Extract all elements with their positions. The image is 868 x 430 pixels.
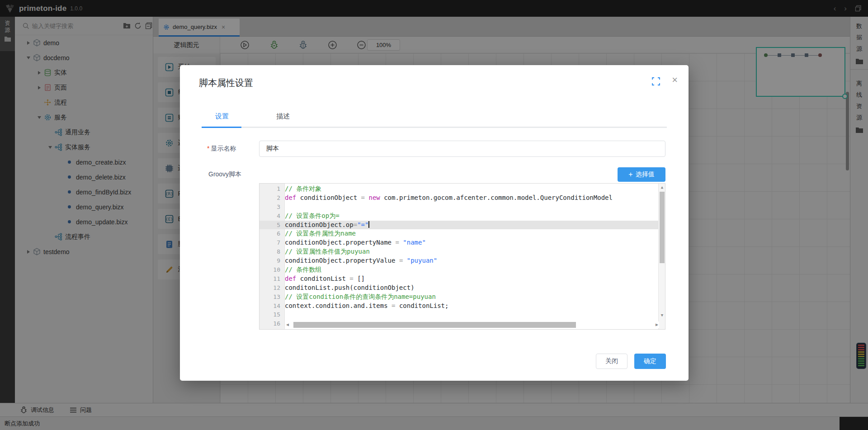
code-line-4[interactable]: 4// 设置条件op为=: [259, 212, 659, 221]
display-name-input[interactable]: [259, 141, 665, 157]
tab-track: [202, 127, 667, 128]
code-line-1[interactable]: 1// 条件对象: [259, 184, 659, 194]
app-window: primeton-ide 1.0.0 ‹ › 资源: [0, 0, 868, 430]
line-number: 13: [259, 293, 285, 302]
line-content: // 设置属性条件值为puyuan: [285, 247, 370, 256]
groovy-code-editor[interactable]: 1// 条件对象2def conditionObject = new com.p…: [259, 183, 665, 330]
line-content: // 设置条件op为=: [285, 212, 340, 221]
horizontal-scroll-thumb[interactable]: [293, 322, 576, 328]
line-number: 6: [259, 229, 285, 238]
scroll-right-icon[interactable]: ▶: [656, 322, 658, 327]
line-content: def conditionObject = new com.primeton.g…: [285, 194, 613, 203]
text-cursor: [368, 221, 369, 228]
code-line-8[interactable]: 8// 设置属性条件值为puyuan: [259, 247, 659, 256]
line-number: 3: [259, 203, 285, 212]
line-number: 4: [259, 212, 285, 221]
scroll-up-icon[interactable]: ▲: [659, 185, 665, 189]
tab-active-indicator: [202, 127, 241, 128]
line-content: // 设置条件属性为name: [285, 229, 356, 238]
groovy-script-label: Groovy脚本: [208, 170, 241, 179]
editor-horizontal-scrollbar[interactable]: ◀ ▶: [285, 321, 659, 328]
line-number: 1: [259, 184, 285, 194]
fullscreen-icon[interactable]: [651, 77, 660, 86]
line-number: 11: [259, 274, 285, 284]
choose-value-button[interactable]: + 选择值: [618, 167, 665, 182]
dialog-title: 脚本属性设置: [199, 77, 253, 89]
code-line-10[interactable]: 10// 条件数组: [259, 265, 659, 274]
code-line-9[interactable]: 9conditionObject.propertyValue = "puyuan…: [259, 256, 659, 265]
close-button[interactable]: 关闭: [596, 354, 627, 369]
line-number: 15: [259, 310, 285, 319]
dialog-tabs: 设置 描述: [202, 109, 667, 128]
code-line-13[interactable]: 13// 设置condition条件的查询条件为name=puyuan: [259, 293, 659, 302]
line-content: context.condition.and.items = conditonLi…: [285, 302, 448, 311]
code-line-5[interactable]: 5conditionObject.op="=": [259, 221, 659, 230]
code-line-12[interactable]: 12conditonList.push(conditionObject): [259, 284, 659, 293]
line-content: // 条件对象: [285, 184, 321, 194]
line-number: 10: [259, 265, 285, 274]
plus-icon: +: [628, 171, 632, 178]
line-number: 5: [259, 221, 285, 230]
line-content: conditionObject.op="=": [285, 221, 369, 230]
editor-vertical-scrollbar[interactable]: ▲ ▼: [658, 184, 665, 330]
line-number: 12: [259, 284, 285, 293]
code-line-15[interactable]: 15: [259, 310, 659, 319]
vertical-scroll-thumb[interactable]: [660, 192, 665, 263]
line-number: 16: [259, 319, 285, 328]
line-content: conditonList.push(conditionObject): [285, 284, 415, 293]
tab-settings[interactable]: 设置: [215, 112, 229, 121]
line-content: conditionObject.propertyName = "name": [285, 238, 426, 247]
line-number: 7: [259, 238, 285, 247]
line-number: 9: [259, 256, 285, 265]
code-line-2[interactable]: 2def conditionObject = new com.primeton.…: [259, 194, 659, 203]
code-line-11[interactable]: 11def conditonList = []: [259, 274, 659, 284]
line-content: // 条件数组: [285, 265, 321, 274]
code-line-14[interactable]: 14context.condition.and.items = conditon…: [259, 302, 659, 311]
tab-description[interactable]: 描述: [276, 112, 290, 121]
close-icon[interactable]: ×: [672, 75, 678, 85]
code-line-6[interactable]: 6// 设置条件属性为name: [259, 229, 659, 238]
scroll-down-icon[interactable]: ▼: [659, 313, 665, 317]
line-number: 14: [259, 302, 285, 311]
line-number: 2: [259, 194, 285, 203]
scroll-left-icon[interactable]: ◀: [286, 322, 289, 327]
ok-button[interactable]: 确定: [634, 354, 666, 369]
line-number: 8: [259, 247, 285, 256]
display-name-label: *显示名称: [207, 145, 252, 153]
code-line-3[interactable]: 3: [259, 203, 659, 212]
code-line-7[interactable]: 7conditionObject.propertyName = "name": [259, 238, 659, 247]
code-lines: 1// 条件对象2def conditionObject = new com.p…: [259, 184, 659, 328]
script-properties-dialog: 脚本属性设置 × 设置 描述 *显示名称 Groovy脚本 + 选择值 1// …: [180, 65, 689, 381]
display-name-row: *显示名称: [180, 141, 689, 157]
line-content: // 设置condition条件的查询条件为name=puyuan: [285, 293, 436, 302]
required-mark: *: [207, 145, 209, 152]
line-content: conditionObject.propertyValue = "puyuan": [285, 256, 437, 265]
line-content: def conditonList = []: [285, 274, 365, 284]
